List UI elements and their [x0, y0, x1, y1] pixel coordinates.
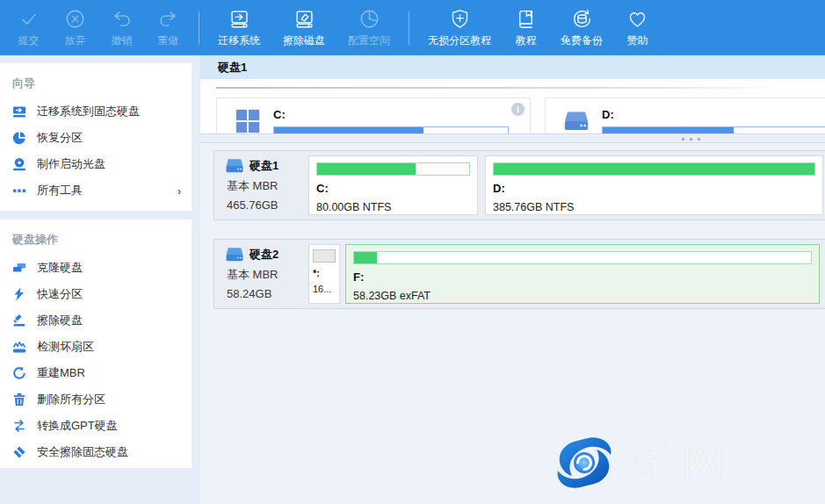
sidebar-item-label: 恢复分区: [37, 130, 83, 146]
drive-icon: [563, 108, 590, 133]
migrate-system-button[interactable]: 迁移系统: [206, 0, 271, 55]
allocate-space-button[interactable]: 配置空间: [337, 0, 402, 55]
disk-name: 硬盘1: [250, 158, 279, 174]
partition-usage-bar: [316, 162, 470, 176]
check-icon: [17, 7, 40, 31]
discard-icon: [63, 7, 87, 31]
watermark: 泽网: [552, 433, 736, 492]
free-backup-button[interactable]: 免费备份: [549, 0, 614, 55]
disk-tab-bar: 硬盘1: [200, 55, 825, 79]
tutorial-button[interactable]: 教程: [503, 0, 549, 55]
sidebar-item-all-tools[interactable]: 所有工具 ›: [0, 177, 192, 204]
free-backup-label: 免费备份: [561, 33, 603, 48]
allocate-space-label: 配置空间: [348, 33, 390, 48]
overview-usage-bar: [602, 126, 825, 133]
heart-icon: [626, 7, 649, 31]
partition-detail: 80.00GB NTFS: [316, 201, 470, 213]
recover-partition-icon: [12, 131, 26, 145]
sidebar-item-label: 检测坏扇区: [37, 339, 94, 355]
lightning-icon: [12, 287, 26, 301]
partition-detail: 385.76GB NTFS: [493, 201, 815, 213]
windows-logo-icon: [235, 108, 261, 133]
sidebar-item-quick-partition[interactable]: 快速分区: [0, 281, 192, 307]
info-icon[interactable]: i: [511, 103, 525, 116]
partition-usage-bar: [353, 251, 812, 264]
partition-usage-bar: [313, 249, 336, 263]
partition-d[interactable]: D: 385.76GB NTFS: [485, 155, 823, 215]
allocate-space-icon: [358, 7, 381, 31]
tutorial-label: 教程: [516, 33, 537, 48]
sidebar-item-convert-to-gpt[interactable]: 转换成GPT硬盘: [0, 413, 192, 439]
partition-c[interactable]: C: 80.00GB NTFS: [308, 155, 478, 215]
tab-disk1[interactable]: 硬盘1: [218, 60, 247, 76]
sidebar-item-label: 制作启动光盘: [37, 156, 105, 172]
wipe-disk-label: 擦除磁盘: [283, 33, 325, 48]
discard-button[interactable]: 放弃: [52, 0, 98, 55]
book-icon: [514, 7, 538, 31]
clone-disk-icon: [12, 261, 26, 275]
bad-sector-wave-icon: [12, 340, 26, 354]
brush-icon: [12, 313, 26, 328]
toolbar-separator: [409, 11, 409, 45]
disk-size: 58.24GB: [225, 287, 304, 300]
sidebar-item-migrate-to-ssd[interactable]: 迁移系统到固态硬盘: [0, 98, 192, 125]
partition-f-selected[interactable]: F: 58.23GB exFAT: [345, 244, 820, 304]
disk-row-1: 硬盘1 基本 MBR 465.76GB C: 80.00GB NTFS D: 3…: [213, 150, 825, 220]
partition-usage-fill: [314, 250, 335, 262]
sidebar-item-properties[interactable]: 属性: [0, 465, 192, 468]
redo-label: 重做: [158, 33, 179, 48]
undo-button[interactable]: 撤销: [98, 0, 145, 55]
sidebar-item-label: 转换成GPT硬盘: [37, 418, 118, 434]
migrate-system-label: 迁移系统: [218, 33, 260, 48]
disk-list: 硬盘1 基本 MBR 465.76GB C: 80.00GB NTFS D: 3…: [200, 143, 825, 504]
disk2-header[interactable]: 硬盘2 基本 MBR 58.24GB: [214, 240, 304, 308]
partition-detail: 58.23GB exFAT: [353, 290, 812, 302]
sidebar: 向导 迁移系统到固态硬盘 恢复分区 制作启动光盘 所有工具 › 硬盘操作 克隆硬…: [0, 63, 192, 468]
overview-usage-bar: [273, 126, 509, 133]
partition-usage-fill: [354, 252, 377, 263]
wipe-disk-button[interactable]: 擦除磁盘: [271, 0, 337, 55]
disk-size: 465.76GB: [225, 198, 304, 212]
all-tools-icon: [12, 184, 26, 198]
overview-usage-fill: [274, 127, 423, 133]
redo-button[interactable]: 重做: [145, 0, 192, 55]
disk-bus-type: 基本 MBR: [225, 267, 304, 283]
partition-unlettered[interactable]: *: 16...: [308, 244, 340, 304]
undo-label: 撤销: [112, 33, 133, 48]
bootable-media-icon: [12, 157, 26, 171]
sidebar-item-recover-partition[interactable]: 恢复分区: [0, 125, 192, 151]
shield-plus-icon: [448, 7, 472, 31]
overview-volume-c[interactable]: C: i: [216, 97, 531, 133]
toolbar-separator: [199, 11, 199, 45]
trash-icon: [12, 392, 26, 407]
partition-usage-bar: [493, 162, 815, 176]
sidebar-item-secure-erase-ssd[interactable]: 安全擦除固态硬盘: [0, 439, 192, 465]
partition-tutorial-button[interactable]: 无损分区教程: [416, 0, 503, 55]
sponsor-button[interactable]: 赞助: [614, 0, 661, 55]
sidebar-item-label: 擦除硬盘: [37, 313, 83, 328]
disk-name: 硬盘2: [250, 247, 279, 263]
sidebar-item-rebuild-mbr[interactable]: 重建MBR: [0, 360, 192, 386]
overview-divider: [216, 87, 796, 89]
splitter-handle[interactable]: [682, 138, 700, 140]
overview-volume-d[interactable]: D:: [545, 97, 825, 133]
disk1-header[interactable]: 硬盘1 基本 MBR 465.76GB: [214, 151, 304, 220]
sidebar-item-label: 删除所有分区: [37, 392, 105, 407]
partition-letter: F:: [353, 270, 812, 284]
apply-label: 提交: [18, 33, 40, 48]
wipe-disk-icon: [293, 7, 316, 31]
sidebar-item-delete-all-partitions[interactable]: 删除所有分区: [0, 386, 192, 413]
convert-arrows-icon: [12, 419, 26, 433]
migrate-ssd-icon: [12, 104, 26, 119]
rebuild-mbr-icon: [12, 366, 26, 380]
sidebar-item-label: 所有工具: [37, 183, 83, 198]
sidebar-item-check-bad-sectors[interactable]: 检测坏扇区: [0, 334, 192, 360]
toolbar: 提交 放弃 撤销 重做 迁移系统 擦除磁盘 配置空间 无损分区教程 教程 免费备…: [0, 0, 825, 55]
chevron-right-icon: ›: [177, 184, 181, 198]
sidebar-item-wipe-hard-drive[interactable]: 擦除硬盘: [0, 307, 192, 334]
sidebar-item-make-bootable-media[interactable]: 制作启动光盘: [0, 151, 192, 177]
overview-volume-letter: C:: [273, 108, 509, 121]
sidebar-item-clone-disk[interactable]: 克隆硬盘: [0, 255, 192, 281]
apply-button[interactable]: 提交: [5, 0, 52, 55]
partition-letter: D:: [493, 182, 815, 195]
